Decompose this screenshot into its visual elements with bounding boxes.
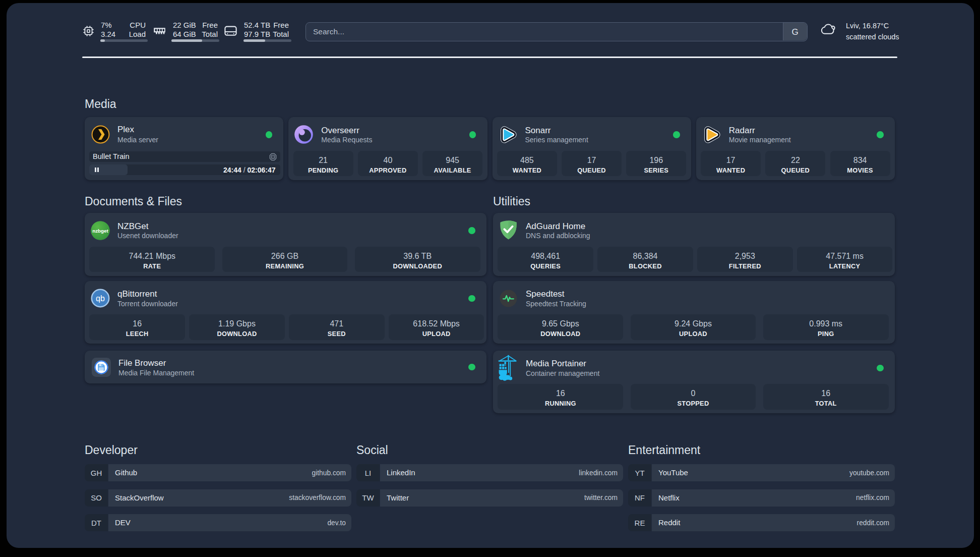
- svg-text:qb: qb: [96, 294, 105, 303]
- svg-text:nzbget: nzbget: [92, 228, 108, 234]
